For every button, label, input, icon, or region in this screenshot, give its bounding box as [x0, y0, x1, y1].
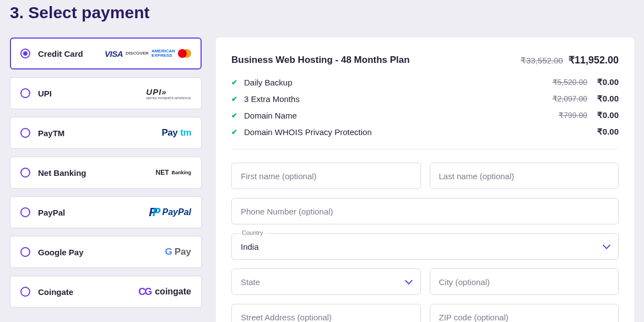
- plan-price: ₹11,952.00: [569, 54, 619, 66]
- state-placeholder: State: [241, 277, 260, 287]
- plan-name: Business Web Hosting - 48 Months Plan: [231, 55, 410, 66]
- payopt-paypal[interactable]: PayPal PPPayPal: [10, 196, 202, 228]
- list-item: ✔ Domain Name ₹799.00 ₹0.00: [231, 110, 619, 120]
- radio-icon: [20, 49, 30, 58]
- country-select[interactable]: India: [231, 233, 619, 260]
- city-input[interactable]: [430, 269, 619, 295]
- payopt-paytm[interactable]: PayTM Paytm: [10, 117, 202, 149]
- item-price: ₹0.00: [592, 110, 619, 120]
- item-name: Domain Name: [244, 111, 554, 120]
- paytm-logo-icon: Paytm: [161, 127, 191, 138]
- check-icon: ✔: [231, 128, 239, 136]
- check-icon: ✔: [231, 78, 239, 87]
- chevron-down-icon: [603, 242, 610, 249]
- upi-logo-icon: UPI»UNITED PAYMENTS INTERFACE: [146, 87, 191, 100]
- state-select[interactable]: State: [231, 269, 421, 295]
- mastercard-logo-icon: [178, 49, 191, 58]
- country-label: Country: [239, 229, 266, 236]
- item-price: ₹0.00: [592, 77, 619, 87]
- check-icon: ✔: [231, 111, 239, 120]
- list-item: ✔ 3 Extra Months ₹2,097.00 ₹0.00: [231, 94, 619, 104]
- payopt-credit-card[interactable]: Credit Card VISA DISCOVER AMERICANEXPRES…: [10, 37, 202, 69]
- visa-logo-icon: VISA: [105, 49, 123, 58]
- item-original: ₹799.00: [559, 111, 587, 120]
- coingate-logo-icon: CGcoingate: [138, 286, 191, 298]
- radio-icon: [20, 287, 30, 297]
- payopt-upi[interactable]: UPI UPI»UNITED PAYMENTS INTERFACE: [10, 77, 202, 109]
- payopt-label: UPI: [38, 89, 138, 98]
- item-original: ₹5,520.00: [553, 78, 588, 87]
- card-logos: VISA DISCOVER AMERICANEXPRESS: [105, 49, 191, 58]
- payopt-googlepay[interactable]: Google Pay GPay: [10, 236, 202, 268]
- zip-input[interactable]: [430, 304, 619, 322]
- payment-method-list: Credit Card VISA DISCOVER AMERICANEXPRES…: [10, 37, 202, 308]
- check-icon: ✔: [231, 95, 239, 103]
- first-name-input[interactable]: [231, 163, 421, 189]
- item-price: ₹0.00: [592, 127, 619, 137]
- payopt-label: Credit Card: [38, 49, 97, 58]
- discover-logo-icon: DISCOVER: [126, 51, 149, 56]
- item-price: ₹0.00: [592, 94, 619, 104]
- payopt-label: Net Banking: [38, 168, 148, 178]
- item-name: Domain WHOIS Privacy Protection: [244, 127, 582, 137]
- paypal-logo-icon: PPPayPal: [149, 205, 191, 219]
- payopt-label: PayTM: [38, 128, 154, 138]
- payopt-label: Google Pay: [38, 248, 158, 257]
- radio-icon: [20, 88, 30, 98]
- radio-icon: [20, 128, 30, 138]
- divider: [231, 149, 619, 149]
- page-title: 3. Select payment: [10, 3, 634, 22]
- last-name-input[interactable]: [430, 163, 619, 189]
- item-name: Daily Backup: [244, 78, 548, 87]
- list-item: ✔ Domain WHOIS Privacy Protection ₹0.00: [231, 127, 619, 137]
- plan-original-price: ₹33,552.00: [521, 56, 563, 66]
- street-input[interactable]: [231, 304, 421, 322]
- radio-icon: [20, 207, 30, 217]
- list-item: ✔ Daily Backup ₹5,520.00 ₹0.00: [231, 77, 619, 87]
- payopt-label: PayPal: [38, 208, 141, 217]
- radio-icon: [20, 247, 30, 257]
- netbanking-logo-icon: NETBanking: [155, 169, 191, 176]
- chevron-down-icon: [404, 277, 412, 285]
- order-summary-panel: Business Web Hosting - 48 Months Plan ₹3…: [216, 37, 634, 322]
- amex-logo-icon: AMERICANEXPRESS: [151, 49, 175, 58]
- payopt-label: Coingate: [38, 287, 131, 297]
- item-original: ₹2,097.00: [553, 94, 588, 103]
- phone-input[interactable]: [231, 198, 619, 224]
- radio-icon: [20, 168, 30, 178]
- gpay-logo-icon: GPay: [165, 246, 191, 257]
- item-name: 3 Extra Months: [244, 94, 548, 104]
- country-value: India: [241, 242, 259, 251]
- payopt-netbanking[interactable]: Net Banking NETBanking: [10, 157, 202, 189]
- payopt-coingate[interactable]: Coingate CGcoingate: [10, 276, 202, 308]
- included-items: ✔ Daily Backup ₹5,520.00 ₹0.00 ✔ 3 Extra…: [231, 77, 619, 137]
